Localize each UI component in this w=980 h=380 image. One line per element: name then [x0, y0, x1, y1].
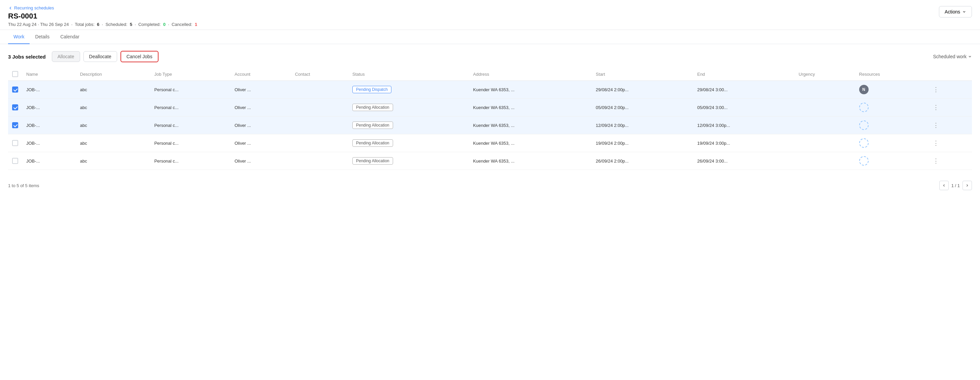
- avatar-empty: [859, 121, 869, 130]
- row-start: 26/09/24 2:00p...: [592, 152, 693, 170]
- prev-page-button[interactable]: [939, 181, 949, 190]
- col-account: Account: [231, 68, 291, 81]
- total-jobs-label: Total jobs:: [75, 22, 95, 27]
- row-address: Kuender WA 6353, ...: [469, 116, 592, 134]
- tabs-area: Work Details Calendar: [0, 30, 980, 44]
- back-icon: [8, 6, 13, 10]
- row-resources: [855, 116, 927, 134]
- row-address: Kuender WA 6353, ...: [469, 81, 592, 99]
- row-status: Pending Allocation: [348, 116, 469, 134]
- row-job-type: Personal c...: [150, 81, 231, 99]
- tab-details[interactable]: Details: [30, 30, 55, 44]
- row-checkbox-cell[interactable]: [8, 99, 22, 116]
- row-job-type: Personal c...: [150, 152, 231, 170]
- row-contact: [291, 81, 348, 99]
- col-name: Name: [22, 68, 76, 81]
- page-current: 1: [951, 183, 954, 188]
- row-more-button[interactable]: ⋮: [931, 103, 941, 112]
- row-more-button[interactable]: ⋮: [931, 156, 941, 165]
- row-description: abc: [76, 99, 150, 116]
- scheduled-work-dropdown[interactable]: Scheduled work: [933, 54, 972, 59]
- row-description: abc: [76, 134, 150, 152]
- page-info: 1 / 1: [951, 183, 960, 188]
- col-status: Status: [348, 68, 469, 81]
- row-status: Pending Allocation: [348, 99, 469, 116]
- row-end: 05/09/24 3:00...: [693, 99, 795, 116]
- table-row: JOB-...abcPersonal c...Oliver ...Pending…: [8, 152, 972, 170]
- row-name: JOB-...: [22, 134, 76, 152]
- row-more-button[interactable]: ⋮: [931, 121, 941, 130]
- deallocate-button[interactable]: Deallocate: [83, 51, 117, 62]
- row-end: 29/08/24 3:00...: [693, 81, 795, 99]
- row-urgency: [795, 116, 855, 134]
- row-checkbox[interactable]: [12, 122, 18, 128]
- row-contact: [291, 116, 348, 134]
- table-row: JOB-...abcPersonal c...Oliver ...Pending…: [8, 99, 972, 116]
- row-account: Oliver ...: [231, 81, 291, 99]
- allocate-button[interactable]: Allocate: [52, 51, 80, 62]
- row-checkbox[interactable]: [12, 140, 18, 146]
- row-more-cell[interactable]: ⋮: [927, 81, 972, 99]
- row-end: 19/09/24 3:00p...: [693, 134, 795, 152]
- col-description: Description: [76, 68, 150, 81]
- jobs-table: Name Description Job Type Account Contac…: [8, 68, 972, 170]
- row-checkbox[interactable]: [12, 104, 18, 110]
- toolbar: 3 Jobs selected Allocate Deallocate Canc…: [8, 51, 972, 62]
- row-name: JOB-...: [22, 81, 76, 99]
- row-more-cell[interactable]: ⋮: [927, 134, 972, 152]
- col-resources: Resources: [855, 68, 927, 81]
- col-start: Start: [592, 68, 693, 81]
- tab-calendar[interactable]: Calendar: [55, 30, 85, 44]
- back-link[interactable]: Recurring schedules: [8, 5, 972, 10]
- row-more-cell[interactable]: ⋮: [927, 116, 972, 134]
- scheduled-label: Scheduled:: [105, 22, 127, 27]
- row-more-button[interactable]: ⋮: [931, 139, 941, 148]
- row-name: JOB-...: [22, 152, 76, 170]
- row-account: Oliver ...: [231, 116, 291, 134]
- row-checkbox-cell[interactable]: [8, 152, 22, 170]
- select-all-checkbox[interactable]: [12, 71, 18, 77]
- table-row: JOB-...abcPersonal c...Oliver ...Pending…: [8, 116, 972, 134]
- table-row: JOB-...abcPersonal c...Oliver ...Pending…: [8, 134, 972, 152]
- completed-label: Completed:: [138, 22, 161, 27]
- row-status: Pending Allocation: [348, 134, 469, 152]
- page-title: RS-0001: [8, 12, 972, 21]
- row-checkbox-cell[interactable]: [8, 134, 22, 152]
- cancel-jobs-button[interactable]: Cancel Jobs: [121, 51, 159, 62]
- row-checkbox-cell[interactable]: [8, 116, 22, 134]
- row-contact: [291, 99, 348, 116]
- tab-work[interactable]: Work: [8, 30, 30, 44]
- next-page-icon: [965, 183, 969, 188]
- content-area: 3 Jobs selected Allocate Deallocate Canc…: [0, 44, 980, 177]
- row-job-type: Personal c...: [150, 116, 231, 134]
- subtitle-date: Thu 22 Aug 24 · Thu 26 Sep 24: [8, 22, 68, 27]
- row-more-cell[interactable]: ⋮: [927, 99, 972, 116]
- row-more-button[interactable]: ⋮: [931, 85, 941, 94]
- row-more-cell[interactable]: ⋮: [927, 152, 972, 170]
- page-total: 1: [958, 183, 960, 188]
- next-page-button[interactable]: [963, 181, 972, 190]
- actions-button[interactable]: Actions: [939, 6, 972, 17]
- select-all-checkbox-header[interactable]: [8, 68, 22, 81]
- row-checkbox[interactable]: [12, 86, 18, 92]
- row-start: 05/09/24 2:00p...: [592, 99, 693, 116]
- col-job-type: Job Type: [150, 68, 231, 81]
- row-checkbox[interactable]: [12, 158, 18, 164]
- col-actions-header: [927, 68, 972, 81]
- row-end: 12/09/24 3:00p...: [693, 116, 795, 134]
- cancelled-count: 1: [195, 22, 197, 27]
- row-urgency: [795, 81, 855, 99]
- row-resources: N: [855, 81, 927, 99]
- row-contact: [291, 134, 348, 152]
- row-job-type: Personal c...: [150, 99, 231, 116]
- pagination: 1 / 1: [939, 181, 972, 190]
- row-start: 12/09/24 2:00p...: [592, 116, 693, 134]
- page-subtitle: Thu 22 Aug 24 · Thu 26 Sep 24 · Total jo…: [8, 22, 972, 27]
- avatar-empty: [859, 138, 869, 148]
- row-start: 19/09/24 2:00p...: [592, 134, 693, 152]
- row-resources: [855, 134, 927, 152]
- row-account: Oliver ...: [231, 152, 291, 170]
- row-name: JOB-...: [22, 116, 76, 134]
- row-checkbox-cell[interactable]: [8, 81, 22, 99]
- row-start: 29/08/24 2:00p...: [592, 81, 693, 99]
